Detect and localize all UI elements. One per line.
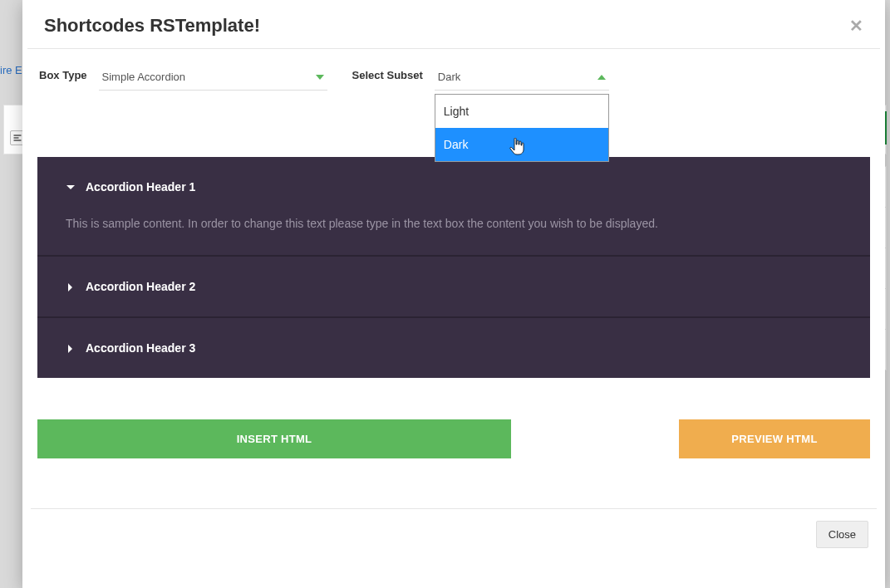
preview-html-button[interactable]: PREVIEW HTML [679, 419, 870, 458]
accordion-panel-2: Accordion Header 2 [37, 257, 870, 318]
action-buttons: INSERT HTML PREVIEW HTML [37, 419, 870, 458]
accordion-title-3: Accordion Header 3 [86, 341, 195, 355]
chevron-right-icon [66, 282, 74, 291]
accordion-header-1[interactable]: Accordion Header 1 [37, 157, 870, 217]
subset-option-light[interactable]: Light [435, 95, 608, 128]
box-type-select[interactable]: Simple Accordion [99, 64, 327, 91]
subset-group: Select Subset Dark Light Dark [352, 64, 609, 91]
caret-up-icon [597, 75, 606, 80]
caret-down-icon [316, 75, 324, 80]
modal-footer: Close [31, 508, 877, 548]
subset-label: Select Subset [352, 64, 423, 81]
close-icon[interactable]: ✕ [849, 17, 863, 34]
accordion-panel-1: Accordion Header 1 This is sample conten… [37, 157, 870, 257]
accordion-title-1: Accordion Header 1 [86, 180, 195, 194]
align-icon [12, 133, 22, 143]
subset-value: Dark [438, 71, 460, 83]
box-type-group: Box Type Simple Accordion [39, 64, 327, 91]
box-type-value: Simple Accordion [102, 71, 185, 83]
accordion-header-2[interactable]: Accordion Header 2 [37, 257, 870, 316]
chevron-down-icon [66, 183, 74, 191]
filter-bar: Box Type Simple Accordion Select Subset … [22, 49, 885, 99]
subset-select[interactable]: Dark [435, 64, 609, 91]
accordion-preview: Accordion Header 1 This is sample conten… [37, 157, 870, 378]
box-type-label: Box Type [39, 64, 87, 81]
subset-option-dark[interactable]: Dark [435, 128, 608, 161]
insert-html-button[interactable]: INSERT HTML [37, 419, 511, 458]
subset-dropdown: Light Dark [435, 94, 609, 162]
accordion-panel-3: Accordion Header 3 [37, 318, 870, 378]
chevron-right-icon [66, 344, 74, 352]
accordion-body-1: This is sample content. In order to chan… [37, 217, 870, 255]
modal-header: Shortcodes RSTemplate! ✕ [27, 0, 880, 49]
shortcodes-modal: Shortcodes RSTemplate! ✕ Box Type Simple… [22, 0, 885, 588]
bg-left-link: ire E [0, 64, 22, 76]
modal-title: Shortcodes RSTemplate! [44, 15, 260, 37]
accordion-header-3[interactable]: Accordion Header 3 [37, 318, 870, 378]
accordion-title-2: Accordion Header 2 [86, 280, 195, 293]
close-button[interactable]: Close [816, 521, 868, 548]
